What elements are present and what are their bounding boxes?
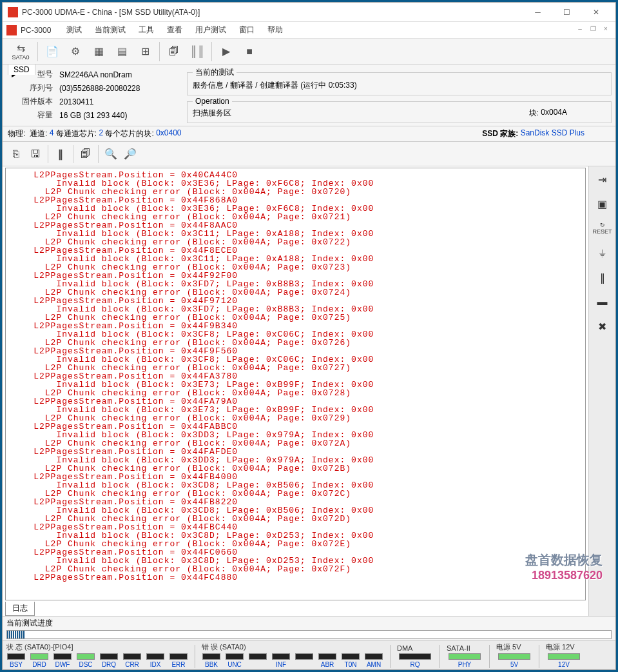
- status-led: ERR: [168, 653, 189, 668]
- status-led: 5V: [495, 653, 534, 668]
- led-indicator: [295, 653, 313, 660]
- status-led: PHY: [445, 653, 484, 668]
- menu-tools[interactable]: 工具: [132, 23, 160, 37]
- tool-btn-3[interactable]: ▦: [87, 41, 110, 63]
- log-output[interactable]: L2PPagesStream.Position = 0x40CA44C0 Inv…: [5, 168, 586, 600]
- led-label: DRQ: [102, 661, 116, 668]
- port-button[interactable]: ⇆ SATA0: [6, 41, 35, 63]
- menubar: PC-3000 测试 当前测试 工具 查看 用户测试 窗口 帮助 – ❐ ×: [3, 22, 615, 39]
- tool-btn-copy[interactable]: 🗐: [162, 41, 186, 63]
- status-group-label: 电源 12V: [545, 642, 583, 652]
- status-led: 12V: [545, 653, 583, 668]
- led-label: BBK: [205, 661, 218, 668]
- perch-value: 2: [99, 128, 103, 139]
- pause-button[interactable]: ‖: [51, 144, 70, 164]
- led-indicator: [249, 653, 267, 660]
- status-led: AMN: [363, 653, 385, 668]
- window-title: PC-3000 UDMA-E - China - [SM SSD Utility…: [22, 8, 523, 17]
- current-test-legend: 当前的测试: [193, 67, 237, 78]
- led-label: DWF: [55, 661, 70, 668]
- led-label: IDX: [150, 661, 161, 668]
- block-label: 块:: [529, 108, 539, 119]
- stop-button[interactable]: ■: [238, 41, 261, 63]
- tool-btn-4[interactable]: ▤: [110, 41, 133, 63]
- blocks-value: 0x0400: [156, 128, 181, 139]
- info-pane: ▸ 型号 SM2246AA nonDram 序列号 (03)5526888-20…: [3, 64, 615, 126]
- menu-current-test[interactable]: 当前测试: [88, 23, 132, 37]
- led-label: PHY: [458, 661, 472, 668]
- led-indicator: [53, 653, 72, 660]
- led-label: 5V: [510, 661, 518, 668]
- mdi-minimize-button[interactable]: –: [574, 25, 586, 35]
- find-button[interactable]: 🔍: [101, 144, 121, 164]
- physical-row: 物理: 通道: 4 每通道芯片: 2 每个芯片的块: 0x0400 SSD 家族…: [3, 126, 615, 142]
- fw-label: 固件版本: [19, 95, 55, 108]
- statusbar: 状 态 (SATA0)-[PIO4]BSYDRDDWFDSCDRQCRRIDXE…: [3, 640, 615, 669]
- menu-view[interactable]: 查看: [160, 23, 189, 37]
- side-btn-chip2-icon[interactable]: ▬: [594, 293, 612, 311]
- operation-fieldset: Operation 扫描服务区 块: 0x004A: [187, 97, 612, 123]
- led-label: UNC: [227, 661, 242, 668]
- play-button[interactable]: ▶: [215, 41, 238, 63]
- led-indicator: [498, 653, 530, 660]
- led-label: ABR: [321, 661, 334, 668]
- mdi-restore-button[interactable]: ❐: [587, 25, 599, 35]
- status-led: DRD: [28, 653, 50, 668]
- side-btn-chip-icon[interactable]: ▣: [594, 195, 612, 213]
- led-label: DSC: [79, 661, 92, 668]
- led-label: BSY: [10, 661, 23, 668]
- tool-btn-2[interactable]: ⚙: [64, 41, 87, 63]
- minimize-button[interactable]: ─: [523, 3, 552, 21]
- led-label: 12V: [558, 661, 570, 668]
- tb2-btn-2[interactable]: 🖫: [26, 144, 45, 164]
- side-btn-1[interactable]: ⇥: [594, 170, 612, 188]
- led-label: RQ: [410, 661, 420, 668]
- tb2-btn-copy[interactable]: 🗐: [76, 144, 95, 164]
- log-tab[interactable]: 日志: [5, 602, 35, 616]
- status-led: UNC: [224, 653, 246, 668]
- tool-btn-5[interactable]: ⊞: [133, 41, 157, 63]
- app-name: PC-3000: [21, 26, 51, 35]
- tool-btn-1[interactable]: 📄: [41, 41, 64, 63]
- block-value: 0x004A: [541, 108, 567, 119]
- status-group-label: 电源 5V: [495, 642, 534, 652]
- led-label: ERR: [171, 661, 185, 668]
- menu-test[interactable]: 测试: [60, 23, 88, 37]
- status-led: INF: [270, 653, 292, 668]
- secondary-toolbar: ⎘ 🖫 ‖ 🗐 🔍 🔎: [3, 142, 615, 166]
- menu-window[interactable]: 窗口: [233, 23, 261, 37]
- side-btn-reset[interactable]: ↻RESET: [594, 219, 612, 237]
- menu-help[interactable]: 帮助: [261, 23, 289, 37]
- current-test-text: 服务信息 / 翻译器 / 创建翻译器 (运行中 0:05:33): [193, 80, 606, 91]
- side-btn-settings[interactable]: ✖: [594, 317, 612, 335]
- progress-bar: [6, 630, 612, 639]
- side-btn-power-icon[interactable]: ⏚: [594, 244, 612, 262]
- ssd-tab[interactable]: SSD: [8, 64, 35, 75]
- led-indicator: [7, 653, 25, 660]
- status-led: [247, 653, 269, 668]
- status-led: CRR: [121, 653, 143, 668]
- operation-legend: Operation: [193, 97, 232, 106]
- led-indicator: [365, 653, 383, 660]
- led-indicator: [342, 653, 360, 660]
- status-led: RQ: [396, 653, 434, 668]
- cap-label: 容量: [19, 109, 55, 121]
- close-button[interactable]: ✕: [581, 3, 610, 21]
- menu-user-test[interactable]: 用户测试: [189, 23, 233, 37]
- side-pause-button[interactable]: ‖: [594, 268, 612, 286]
- side-panel: ⇥ ▣ ↻RESET ⏚ ‖ ▬ ✖: [588, 166, 615, 616]
- tool-btn-barcode[interactable]: ║║: [186, 41, 209, 63]
- led-indicator: [399, 653, 431, 660]
- status-group-label: 错 误 (SATA0): [200, 642, 385, 652]
- mdi-close-button[interactable]: ×: [600, 25, 612, 35]
- main-toolbar: ⇆ SATA0 📄 ⚙ ▦ ▤ ⊞ 🗐 ║║ ▶ ■: [3, 39, 615, 64]
- status-led: ABR: [316, 653, 338, 668]
- port-icon: ⇆: [17, 42, 25, 54]
- tb2-btn-1[interactable]: ⎘: [6, 144, 26, 164]
- find-next-button[interactable]: 🔎: [121, 144, 140, 164]
- progress-section: 当前测试进度: [3, 616, 615, 640]
- ch-label: 通道:: [30, 128, 47, 139]
- maximize-button[interactable]: ☐: [552, 3, 581, 21]
- status-led: IDX: [144, 653, 166, 668]
- led-indicator: [123, 653, 141, 660]
